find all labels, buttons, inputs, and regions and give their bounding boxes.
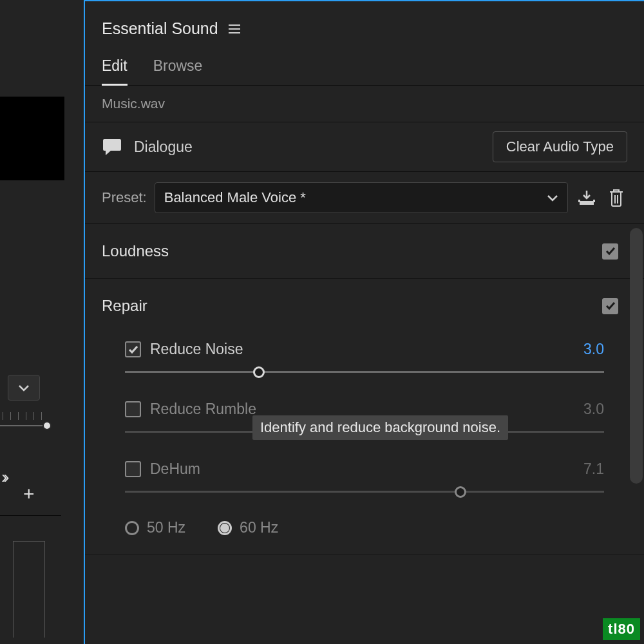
repair-checkbox[interactable] (602, 298, 618, 314)
freq-60-radio[interactable]: 60 Hz (218, 519, 278, 536)
svg-rect-1 (578, 200, 580, 202)
dehum-value[interactable]: 7.1 (583, 460, 604, 478)
audio-type-row: Dialogue Clear Audio Type (85, 122, 644, 172)
panel-header: Essential Sound (85, 1, 644, 51)
panel-title: Essential Sound (102, 19, 218, 38)
reduce-rumble-row: Reduce Rumble 3.0 (111, 398, 618, 424)
repair-section: Repair Reduce Noise 3.0 (85, 279, 644, 555)
dehum-label: DeHum (150, 460, 200, 478)
preset-value: Balanced Male Voice * (164, 189, 306, 206)
expand-icon[interactable]: ›› (1, 467, 6, 488)
freq-60-label: 60 Hz (240, 519, 278, 536)
reduce-noise-label: Reduce Noise (150, 341, 243, 358)
reduce-noise-checkbox[interactable] (125, 341, 141, 357)
left-dropdown[interactable] (8, 375, 40, 401)
panel-menu-icon[interactable] (229, 22, 240, 36)
tab-browse[interactable]: Browse (153, 51, 203, 85)
reduce-rumble-checkbox[interactable] (125, 401, 141, 417)
audio-type-label: Dialogue (134, 138, 193, 156)
preview-thumbnail (0, 97, 64, 180)
dehum-frequency-row: 50 Hz 60 Hz (111, 518, 618, 549)
dialogue-icon (102, 138, 122, 156)
repair-header[interactable]: Repair (85, 279, 644, 333)
preset-dropdown[interactable]: Balanced Male Voice * (155, 182, 568, 213)
freq-50-label: 50 Hz (147, 519, 185, 536)
watermark: tl80 (603, 618, 640, 640)
scroll-area: Loudness Repair Reduc (85, 224, 644, 636)
loudness-checkbox[interactable] (602, 243, 618, 260)
preset-label: Preset: (102, 189, 147, 206)
loudness-section: Loudness (85, 224, 644, 279)
freq-50-radio[interactable]: 50 Hz (125, 519, 185, 536)
timeline-ruler[interactable] (0, 412, 52, 441)
chevron-down-icon (18, 384, 30, 392)
delete-preset-icon[interactable] (605, 187, 627, 209)
reduce-rumble-value[interactable]: 3.0 (583, 401, 604, 418)
clear-audio-type-button[interactable]: Clear Audio Type (493, 131, 627, 162)
svg-rect-0 (580, 201, 594, 205)
loudness-header[interactable]: Loudness (85, 224, 644, 278)
save-preset-icon[interactable] (576, 187, 598, 209)
tab-edit[interactable]: Edit (102, 51, 128, 86)
divider (0, 515, 61, 516)
preset-row: Preset: Balanced Male Voice * (85, 172, 644, 224)
dehum-row: DeHum 7.1 (111, 458, 618, 484)
add-icon[interactable]: + (23, 483, 35, 505)
essential-sound-panel: Essential Sound Edit Browse Music.wav Di… (84, 0, 644, 644)
reduce-rumble-slider[interactable] (125, 424, 604, 440)
chevron-down-icon (547, 194, 558, 202)
reduce-noise-value[interactable]: 3.0 (583, 341, 604, 358)
tabs: Edit Browse (85, 51, 644, 86)
ruler-handle[interactable] (43, 421, 52, 430)
dehum-slider[interactable] (125, 484, 604, 500)
audio-fader[interactable] (13, 541, 45, 638)
clip-filename: Music.wav (85, 86, 644, 122)
left-sidebar: ›› + (0, 0, 84, 644)
reduce-noise-slider[interactable] (125, 365, 604, 380)
repair-title: Repair (102, 297, 147, 315)
svg-rect-2 (593, 200, 595, 202)
reduce-noise-row: Reduce Noise 3.0 (111, 338, 618, 365)
repair-body: Reduce Noise 3.0 Reduce Rumble 3.0 (85, 333, 644, 554)
dehum-checkbox[interactable] (125, 461, 141, 477)
reduce-rumble-label: Reduce Rumble (150, 401, 256, 418)
loudness-title: Loudness (102, 242, 169, 260)
